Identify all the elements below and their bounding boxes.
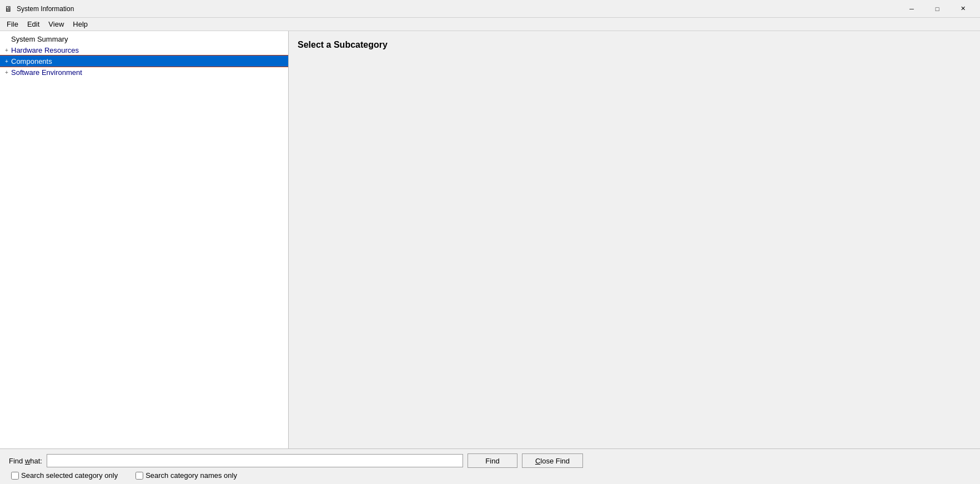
title-bar-controls: ─ □ ✕ <box>899 0 976 18</box>
close-find-button[interactable]: Close Find <box>522 453 583 468</box>
title-bar: 🖥 System Information ─ □ ✕ <box>0 0 980 18</box>
checkbox-search-names-text: Search category names only <box>145 471 237 480</box>
maximize-button[interactable]: □ <box>924 0 950 18</box>
find-button[interactable]: Find <box>468 453 517 468</box>
app-title: System Information <box>17 5 74 13</box>
right-panel: Select a Subcategory <box>289 31 980 448</box>
checkbox-search-names[interactable] <box>135 472 143 480</box>
menu-view[interactable]: View <box>44 19 68 29</box>
menu-edit[interactable]: Edit <box>23 19 44 29</box>
main-content: + System Summary + Hardware Resources + … <box>0 31 980 484</box>
minimize-button[interactable]: ─ <box>899 0 924 18</box>
tree-label-software-environment: Software Environment <box>11 68 82 77</box>
tree-label-components: Components <box>11 57 52 65</box>
checkbox-row: Search selected category only Search cat… <box>9 471 971 480</box>
find-what-input[interactable] <box>47 454 463 467</box>
tree-label-hardware-resources: Hardware Resources <box>11 46 79 54</box>
checkbox-search-names-label[interactable]: Search category names only <box>135 471 237 480</box>
left-panel: + System Summary + Hardware Resources + … <box>0 31 289 448</box>
app-icon: 🖥 <box>4 4 13 13</box>
tree-label-system-summary: System Summary <box>11 35 68 43</box>
menu-file[interactable]: File <box>2 19 23 29</box>
tree-item-software-environment[interactable]: + Software Environment <box>0 67 288 78</box>
checkbox-search-selected[interactable] <box>11 472 19 480</box>
tree-item-system-summary[interactable]: + System Summary <box>0 33 288 44</box>
expand-icon-components: + <box>2 57 11 65</box>
title-bar-left: 🖥 System Information <box>4 4 74 13</box>
close-button[interactable]: ✕ <box>950 0 976 18</box>
expand-icon-hardware: + <box>2 46 11 54</box>
checkbox-search-selected-text: Search selected category only <box>21 471 118 480</box>
find-what-label: Find what: <box>9 457 42 465</box>
menu-help[interactable]: Help <box>68 19 92 29</box>
subcategory-title: Select a Subcategory <box>298 40 971 50</box>
content-area: + System Summary + Hardware Resources + … <box>0 31 980 448</box>
checkbox-search-selected-label[interactable]: Search selected category only <box>11 471 118 480</box>
search-bar: Find what: Find Close Find Search select… <box>0 448 980 484</box>
menu-bar: File Edit View Help <box>0 18 980 31</box>
search-row: Find what: Find Close Find <box>9 453 971 468</box>
tree-item-components[interactable]: + Components <box>0 56 288 67</box>
tree-item-hardware-resources[interactable]: + Hardware Resources <box>0 44 288 56</box>
expand-icon-software: + <box>2 68 11 77</box>
